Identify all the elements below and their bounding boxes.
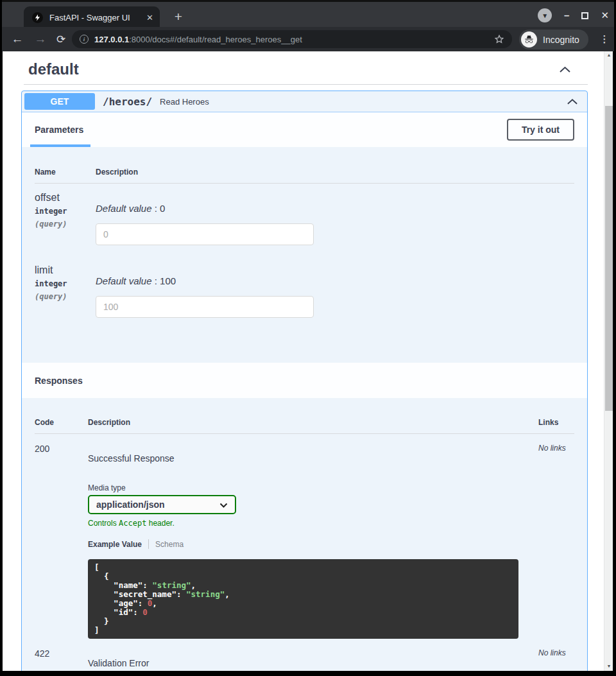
response-links: No links — [538, 648, 574, 668]
response-code: 200 — [35, 444, 88, 639]
accept-note-suffix: header. — [146, 519, 174, 528]
media-type-value: application/json — [96, 499, 165, 510]
site-info-icon[interactable]: i — [80, 35, 89, 44]
response-description: Validation Error — [88, 658, 538, 668]
opblock-summary[interactable]: GET /heroes/ Read Heroes — [22, 91, 587, 112]
endpoint-summary: Read Heroes — [160, 97, 209, 107]
swagger-page: default GET /heroes/ Read Heroes Paramet… — [3, 51, 613, 671]
browser-tab[interactable]: FastAPI - Swagger UI ✕ — [24, 6, 160, 29]
parameters-table: Name Description offset integer (query) … — [22, 147, 587, 363]
minimize-button[interactable]: – — [564, 12, 569, 19]
param-name: limit — [35, 264, 96, 276]
limit-input[interactable] — [96, 296, 314, 318]
column-description: Description — [88, 418, 538, 427]
endpoint-path: /heroes/ — [103, 96, 152, 108]
incognito-icon — [521, 31, 537, 48]
param-type: integer — [35, 279, 96, 288]
browser-toolbar: ← → ⟳ i 127.0.0.1:8000/docs#/default/rea… — [2, 27, 614, 51]
tab-schema[interactable]: Schema — [155, 540, 184, 549]
responses-header: Responses — [22, 363, 587, 398]
browser-update-menu-icon[interactable]: ▼ — [538, 8, 552, 22]
example-code: [ { "name": "string", "secret_name": "st… — [88, 559, 518, 639]
maximize-button[interactable] — [581, 12, 588, 19]
model-example-tabs: Example Value Schema — [88, 539, 538, 549]
browser-menu-icon[interactable]: ⋮ — [597, 27, 612, 51]
window-controls: ▼ – ✕ — [538, 8, 609, 22]
param-name-cell: offset integer (query) — [35, 192, 96, 245]
forward-button-icon[interactable]: → — [31, 27, 49, 51]
param-name-cell: limit integer (query) — [35, 264, 96, 318]
method-badge: GET — [24, 93, 95, 110]
param-type: integer — [35, 207, 96, 216]
response-description: Successful Response — [88, 453, 538, 464]
param-desc-cell: Default value : 100 — [96, 264, 574, 318]
scrollbar-thumb[interactable] — [605, 106, 613, 411]
response-code: 422 — [35, 648, 88, 668]
offset-input[interactable] — [96, 223, 314, 245]
column-code: Code — [35, 418, 88, 427]
back-button-icon[interactable]: ← — [8, 27, 26, 51]
scrollbar-down-icon[interactable]: ▼ — [604, 664, 613, 668]
incognito-badge: Incognito — [519, 30, 588, 49]
accept-note-code: Accept — [119, 519, 146, 528]
parameters-tab-label: Parameters — [35, 125, 83, 135]
tag-section-header[interactable]: default — [24, 51, 588, 85]
url-host: 127.0.0.1 — [94, 35, 129, 44]
window-close-button[interactable]: ✕ — [601, 10, 609, 21]
parameters-header: Parameters Try it out — [22, 112, 587, 147]
page-scrollbar[interactable]: ▲ ▼ — [604, 51, 613, 671]
responses-table: Code Description Links 200 Successful Re… — [22, 398, 587, 671]
param-name: offset — [35, 192, 96, 204]
chevron-down-icon — [219, 499, 228, 510]
response-desc-cell: Successful Response Media type applicati… — [88, 444, 538, 639]
tab-parameters[interactable]: Parameters — [35, 112, 83, 147]
response-links: No links — [538, 444, 574, 639]
try-it-out-button[interactable]: Try it out — [507, 119, 574, 141]
default-value-label: Default value — [96, 203, 152, 214]
param-default: Default value : 0 — [96, 203, 574, 214]
default-value-label: Default value — [96, 275, 152, 286]
default-value: 100 — [160, 275, 176, 286]
responses-table-header: Code Description Links — [35, 398, 574, 434]
param-row-limit: limit integer (query) Default value : 10… — [35, 256, 574, 318]
param-location: (query) — [35, 292, 96, 301]
response-desc-cell: Validation Error — [88, 648, 538, 668]
address-bar[interactable]: i 127.0.0.1:8000/docs#/default/read_hero… — [72, 30, 512, 48]
url-path: :8000/docs#/default/read_heroes_heroes__… — [129, 35, 302, 44]
column-name: Name — [35, 168, 96, 177]
media-type-select[interactable]: application/json — [88, 495, 236, 514]
url-text[interactable]: 127.0.0.1:8000/docs#/default/read_heroes… — [94, 35, 489, 44]
param-location: (query) — [35, 220, 96, 229]
close-tab-icon[interactable]: ✕ — [146, 13, 153, 22]
scrollbar-up-icon[interactable]: ▲ — [604, 53, 613, 57]
tab-separator — [148, 539, 149, 549]
page-content: default GET /heroes/ Read Heroes Paramet… — [3, 51, 604, 671]
param-default: Default value : 100 — [96, 275, 574, 286]
accept-header-note: Controls Accept header. — [88, 519, 538, 528]
tab-example-value[interactable]: Example Value — [88, 540, 142, 549]
reload-button-icon[interactable]: ⟳ — [52, 27, 70, 51]
accept-note-prefix: Controls — [88, 519, 119, 528]
media-type-label: Media type — [88, 483, 538, 492]
tag-title: default — [28, 60, 79, 78]
tab-title: FastAPI - Swagger UI — [49, 13, 141, 22]
param-desc-cell: Default value : 0 — [96, 192, 574, 245]
response-row-200: 200 Successful Response Media type appli… — [35, 434, 574, 639]
tab-bar: FastAPI - Swagger UI ✕ + ▼ – ✕ — [2, 0, 614, 27]
column-description: Description — [96, 168, 574, 177]
collapse-chevron-icon[interactable] — [567, 98, 578, 105]
column-links: Links — [538, 418, 574, 427]
default-value: 0 — [160, 203, 165, 214]
bookmark-star-icon[interactable] — [494, 34, 504, 44]
new-tab-button[interactable]: + — [170, 8, 187, 25]
parameters-table-header: Name Description — [35, 147, 574, 184]
default-value-sep: : — [152, 275, 160, 286]
param-row-offset: offset integer (query) Default value : 0 — [35, 184, 574, 245]
responses-title: Responses — [35, 376, 83, 386]
fastapi-favicon-icon — [32, 12, 43, 23]
opblock-get-heroes: GET /heroes/ Read Heroes Parameters Try … — [21, 91, 588, 671]
default-value-sep: : — [152, 203, 160, 214]
incognito-label: Incognito — [543, 35, 579, 45]
response-row-422: 422 Validation Error No links — [35, 639, 574, 668]
collapse-chevron-icon[interactable] — [559, 66, 571, 73]
